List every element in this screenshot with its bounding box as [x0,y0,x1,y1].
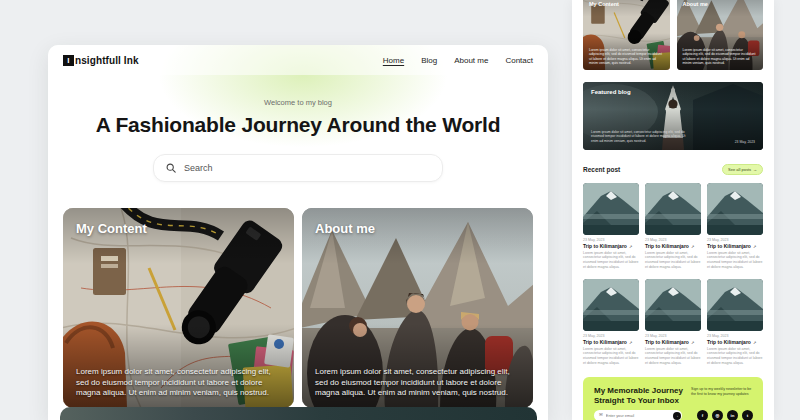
recent-post-header: Recent post See all posts → [583,164,763,175]
nav-item-contact[interactable]: Contact [505,56,533,65]
post-date: 23 May, 2023 [583,238,639,242]
my-content-card[interactable]: My Content Lorem ipsum dolor sit amet, c… [63,208,294,408]
social-links: f ◎ in t [697,410,753,420]
nav-item-home[interactable]: Home [383,56,404,65]
external-link-icon: ↗ [691,340,694,345]
email-field[interactable] [606,413,670,418]
newsletter-section: My Memorable Journey Straight To Your In… [583,377,763,420]
post-card[interactable]: 23 May, 2023 Trip to Kilimanjaro ↗ Lorem… [707,279,763,366]
my-content-title: My Content [76,221,147,236]
post-title: Trip to Kilimanjaro ↗ [707,243,763,249]
featured-blog-peek [60,407,537,420]
about-me-title: About me [315,221,375,236]
email-input-group[interactable]: ✉ → [594,410,682,420]
post-title: Trip to Kilimanjaro ↗ [645,243,701,249]
post-date: 23 May, 2023 [583,334,639,338]
external-link-icon: ↗ [753,340,756,345]
preview-about-me-card[interactable]: About me Lorem ipsum dolor sit amet, con… [677,0,764,70]
about-me-card[interactable]: About me Lorem ipsum dolor sit amet, con… [302,208,533,408]
post-card[interactable]: 23 May, 2023 Trip to Kilimanjaro ↗ Lorem… [707,183,763,270]
external-link-icon: ↗ [691,244,694,249]
featured-blog-title: Featured blog [591,89,631,95]
kilimanjaro-photo [583,279,639,331]
post-description: Lorem ipsum dolor sit amet, consectetur … [583,251,639,271]
recent-post-title: Recent post [583,166,620,173]
see-all-posts-button[interactable]: See all posts → [722,164,763,175]
post-card[interactable]: 23 May, 2023 Trip to Kilimanjaro ↗ Lorem… [583,183,639,270]
post-date: 23 May, 2023 [645,334,701,338]
post-description: Lorem ipsum dolor sit amet, consectetur … [583,347,639,367]
hero-cards-row: My Content Lorem ipsum dolor sit amet, c… [48,208,548,408]
twitter-icon[interactable]: t [742,410,753,420]
nav-item-about-me[interactable]: About me [454,56,488,65]
post-title: Trip to Kilimanjaro ↗ [645,339,701,345]
post-description: Lorem ipsum dolor sit amet, consectetur … [645,347,701,367]
newsletter-title: My Memorable Journey Straight To Your In… [594,386,704,406]
preview-my-content-card[interactable]: My Content Lorem ipsum dolor sit amet, c… [583,0,670,70]
facebook-icon[interactable]: f [697,410,708,420]
newsletter-title-line1: My Memorable Journey [594,386,704,396]
preview-about-me-title: About me [683,1,708,7]
see-all-posts-label: See all posts [728,167,751,172]
preview-about-me-description: Lorem ipsum dolor sit amet, consectetur … [683,48,759,66]
main-blog-page: I nsightfull Ink Home Blog About me Cont… [48,45,548,420]
hero-eyebrow: Welcome to my blog [48,98,548,107]
page-scroll-preview: My Content Lorem ipsum dolor sit amet, c… [572,0,774,420]
post-description: Lorem ipsum dolor sit amet, consectetur … [645,251,701,271]
site-logo: I nsightfull Ink [63,55,139,66]
about-me-description: Lorem ipsum dolor sit amet, consectetur … [315,367,520,399]
post-title: Trip to Kilimanjaro ↗ [583,339,639,345]
page-title: A Fashionable Journey Around the World [48,113,548,137]
post-title-text: Trip to Kilimanjaro [583,243,627,249]
post-title-text: Trip to Kilimanjaro [645,339,689,345]
featured-blog-card[interactable]: Featured blog Lorem ipsum dolor sit amet… [583,82,763,150]
kilimanjaro-photo [707,183,763,235]
kilimanjaro-photo [645,279,701,331]
arrow-right-icon: → [753,167,757,172]
external-link-icon: ↗ [753,244,756,249]
post-card[interactable]: 23 May, 2023 Trip to Kilimanjaro ↗ Lorem… [645,183,701,270]
newsletter-subtitle: Sign up to my weekly newsletter to be th… [691,387,753,397]
nav-item-blog[interactable]: Blog [421,56,437,65]
external-link-icon: ↗ [629,340,632,345]
main-nav: Home Blog About me Contact [383,56,533,65]
post-title-text: Trip to Kilimanjaro [645,243,689,249]
post-description: Lorem ipsum dolor sit amet, consectetur … [707,347,763,367]
linkedin-icon[interactable]: in [727,410,738,420]
newsletter-submit-button[interactable]: → [673,412,681,420]
featured-blog-description: Lorem ipsum dolor sit amet, consectetur … [591,130,687,144]
logo-mark-icon: I [63,55,74,66]
post-date: 23 May, 2023 [645,238,701,242]
preview-my-content-description: Lorem ipsum dolor sit amet, consectetur … [589,48,665,66]
preview-cards-row: My Content Lorem ipsum dolor sit amet, c… [583,0,763,70]
recent-posts-grid: 23 May, 2023 Trip to Kilimanjaro ↗ Lorem… [583,183,763,366]
my-content-description: Lorem ipsum dolor sit amet, consectetur … [76,367,281,399]
logo-text: nsightfull Ink [75,55,139,66]
envelope-icon: ✉ [599,413,603,418]
kilimanjaro-photo [645,183,701,235]
site-header: I nsightfull Ink Home Blog About me Cont… [48,45,548,75]
external-link-icon: ↗ [629,244,632,249]
post-title-text: Trip to Kilimanjaro [707,243,751,249]
hero-section: Welcome to my blog A Fashionable Journey… [48,98,548,137]
post-card[interactable]: 23 May, 2023 Trip to Kilimanjaro ↗ Lorem… [645,279,701,366]
post-title: Trip to Kilimanjaro ↗ [583,243,639,249]
newsletter-title-line2: Straight To Your Inbox [594,396,704,406]
kilimanjaro-photo [707,279,763,331]
post-date: 23 May, 2023 [707,334,763,338]
preview-my-content-title: My Content [589,1,619,7]
search-icon [166,163,176,173]
search-bar[interactable] [153,154,443,182]
post-title-text: Trip to Kilimanjaro [583,339,627,345]
post-title-text: Trip to Kilimanjaro [707,339,751,345]
post-date: 23 May, 2023 [707,238,763,242]
kilimanjaro-photo [583,183,639,235]
post-description: Lorem ipsum dolor sit amet, consectetur … [707,251,763,271]
search-input[interactable] [184,163,430,173]
post-card[interactable]: 23 May, 2023 Trip to Kilimanjaro ↗ Lorem… [583,279,639,366]
featured-blog-date: 23 May, 2023 [735,140,755,144]
post-title: Trip to Kilimanjaro ↗ [707,339,763,345]
instagram-icon[interactable]: ◎ [712,410,723,420]
